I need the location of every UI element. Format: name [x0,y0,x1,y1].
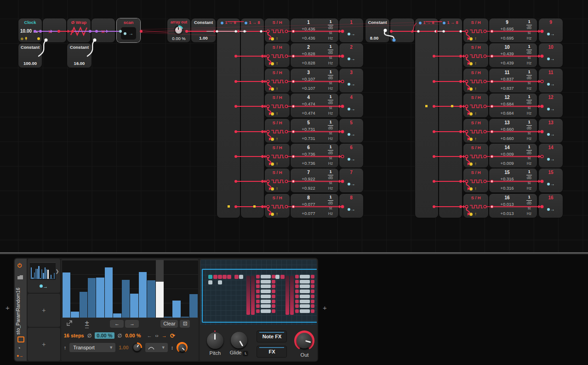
unit-option[interactable]: 1 [524,94,534,100]
unit-option[interactable]: 1 [524,70,534,75]
chart-step-bar[interactable] [96,278,104,318]
sample-hold-node[interactable]: S / H↑ [265,69,290,93]
unit-option[interactable]: Hz [524,36,534,41]
unit-option[interactable]: 1 [524,120,534,126]
output-node[interactable]: 10→ [539,43,563,67]
trigger-port-dot[interactable] [469,112,473,116]
value-lower[interactable]: +0.439 [492,60,522,65]
value-upper[interactable]: +0.731 [293,127,324,132]
value-lower[interactable]: +0.077 [293,211,324,216]
constant-value[interactable]: 100.00 [18,61,42,66]
chart-step-bar[interactable] [139,272,147,318]
device-power-icon[interactable]: ⏻ [17,262,22,269]
chart-step-bar[interactable] [105,267,113,318]
value-upper[interactable]: +0.077 [293,202,324,207]
output-node[interactable]: 8→ [339,194,363,218]
unit-option[interactable]: 1 [524,169,534,175]
curve-dropdown[interactable]: ▼ [145,343,168,352]
chart-step-slot[interactable] [181,260,189,318]
sample-hold-node[interactable]: S / H↑ [265,43,290,67]
grid-patch-preview[interactable] [200,260,317,325]
value-node[interactable]: 9+0.695+0.6951dBstHz [489,18,537,42]
constant-100-node[interactable]: Constant 100.00 [18,43,42,68]
value-node[interactable]: 11+0.837+0.8371dBstHz [489,69,537,93]
output-node[interactable]: 6→ [339,144,363,168]
loop-icon[interactable]: ⟳ [170,332,175,339]
value-upper[interactable]: +0.736 [293,151,324,156]
output-node[interactable]: 4→ [339,93,363,117]
constant-value[interactable]: 16.00 [67,61,91,66]
trigger-port-dot[interactable] [271,138,274,141]
add-track-button[interactable]: + [6,304,10,312]
clock-sync-icon[interactable]: o ↟ [21,36,28,41]
value-lower[interactable]: +0.107 [293,86,324,91]
multiply-node[interactable]: × [43,18,66,42]
steps-count-label[interactable]: 16 steps [64,333,84,338]
trigger-port-dot[interactable] [469,138,473,141]
unit-option[interactable]: dB [524,151,534,156]
chart-step-slot[interactable] [88,260,96,318]
plus-minus-icon[interactable]: ± [85,319,89,328]
trigger-port-dot[interactable] [271,62,274,65]
value-node[interactable]: 16+0.013+0.0131dBstHz [489,194,537,218]
output-node[interactable]: 1→ [339,18,363,42]
unit-selector[interactable]: 1dBstHz [325,19,336,41]
unit-option[interactable]: Hz [325,111,336,116]
value-lower[interactable]: +0.828 [293,60,324,65]
splitter-1to8-module[interactable]: 1 → 8 [241,18,264,218]
sample-hold-node[interactable]: S / H↑ [463,69,488,93]
unit-option[interactable]: 1 [325,19,336,25]
unit-option[interactable]: dB [524,201,534,206]
chart-step-bar[interactable] [122,280,130,318]
sample-hold-node[interactable]: S / H↑ [265,119,290,143]
mod-node-right[interactable] [390,18,414,42]
unit-option[interactable]: dB [325,151,336,156]
constant-value[interactable]: 1.00 [191,35,216,41]
unit-option[interactable]: 1 [524,19,534,25]
unit-option[interactable]: 1 [524,44,534,50]
unit-selector[interactable]: 1dBstHz [325,70,336,91]
wrap-node[interactable]: Ø Wrap [67,18,91,42]
value-node[interactable]: 12+0.684+0.6841dBstHz [489,93,537,117]
value-lower[interactable]: +0.316 [492,185,522,191]
chart-step-slot[interactable] [113,260,121,318]
unit-option[interactable]: Hz [524,61,534,66]
unit-option[interactable]: st [325,180,336,186]
unit-option[interactable]: dB [325,50,336,56]
unit-selector[interactable]: 1dBstHz [524,145,534,166]
chart-step-bar[interactable] [63,272,70,318]
folder-icon[interactable] [17,273,23,282]
unit-selector[interactable]: 1dBstHz [325,94,336,116]
value-upper[interactable]: +0.013 [492,202,522,207]
unit-option[interactable]: dB [325,201,336,206]
step-value-chart[interactable] [62,260,198,318]
value-upper[interactable]: +0.009 [492,151,522,156]
chart-step-bar[interactable] [189,294,197,318]
array-out-node[interactable]: array out 0.00 % [167,18,190,42]
unit-selector[interactable]: 1dBstHz [524,195,534,216]
remote-controls-icon[interactable] [17,336,24,342]
add-module-slot[interactable]: + [28,294,60,327]
value-node[interactable]: 8+0.077+0.0771dBstHz [291,194,338,218]
value-upper[interactable]: +0.828 [293,51,324,56]
timebase-icon[interactable]: ◔ [17,346,21,351]
clear-button[interactable]: Clear [160,320,178,328]
value-lower[interactable]: +0.660 [492,136,522,141]
unit-option[interactable]: st [524,30,534,36]
unit-option[interactable]: dB [524,175,534,181]
unit-option[interactable]: 1 [524,145,534,151]
trigger-port-dot[interactable] [271,162,274,166]
unit-selector[interactable]: 1dBstHz [325,44,336,66]
trigger-port-dot[interactable] [469,162,473,166]
unit-option[interactable]: st [524,156,534,161]
clock-rate-value[interactable]: 10.00 [20,29,32,34]
unit-selector[interactable]: 1dBstHz [524,169,534,191]
amount-knob[interactable] [177,342,188,353]
constant-1-node[interactable]: Constant 1.00 [191,18,216,42]
unit-option[interactable]: dB [325,126,336,131]
scan-node[interactable]: scan → [117,18,140,42]
unit-option[interactable]: st [325,131,336,136]
output-node[interactable]: 9→ [539,18,563,42]
bipolar-icon[interactable]: ↕ [171,345,174,350]
scan-display[interactable]: → [121,27,136,40]
